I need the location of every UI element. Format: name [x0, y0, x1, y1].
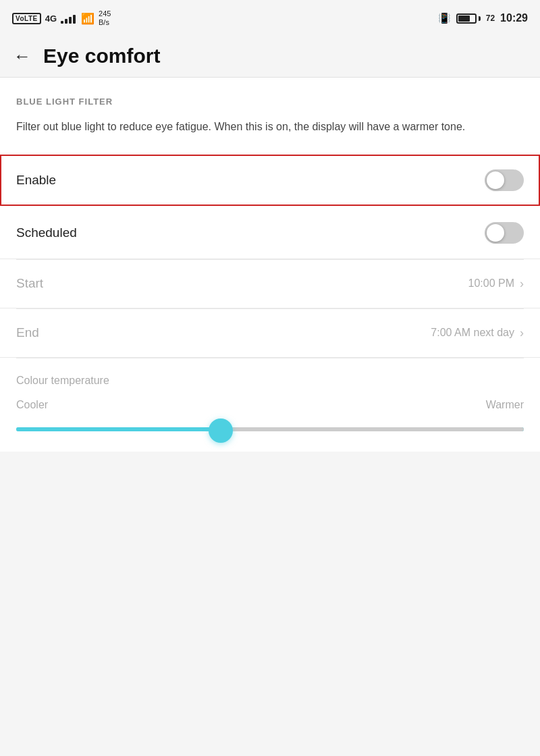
end-chevron-icon: ›	[520, 326, 524, 340]
battery-percentage: 72	[486, 14, 495, 23]
page-title: Eye comfort	[43, 45, 160, 68]
slider-track	[16, 427, 524, 431]
cooler-label: Cooler	[16, 399, 48, 411]
warmer-label: Warmer	[486, 399, 524, 411]
temp-range-labels: Cooler Warmer	[16, 399, 524, 411]
section-header-blue-light: BLUE LIGHT FILTER	[0, 78, 540, 113]
end-label: End	[16, 325, 39, 340]
speed-value: 245	[99, 9, 111, 18]
scheduled-row[interactable]: Scheduled	[0, 207, 540, 259]
start-value-container: 10:00 PM ›	[468, 277, 524, 291]
speed-text: 245 B/s	[99, 9, 111, 27]
start-label: Start	[16, 276, 43, 291]
volte-badge: VoLTE	[12, 13, 41, 24]
slider-track-remaining	[219, 427, 524, 431]
colour-temperature-label: Colour temperature	[16, 375, 524, 387]
battery-tip	[479, 16, 481, 21]
blue-light-description: Filter out blue light to reduce eye fati…	[0, 113, 540, 155]
slider-fill	[16, 427, 219, 431]
battery-body	[456, 14, 477, 24]
scheduled-label: Scheduled	[16, 225, 77, 240]
temperature-slider-container[interactable]	[16, 421, 524, 452]
scheduled-toggle[interactable]	[485, 222, 524, 244]
enable-label: Enable	[16, 173, 56, 188]
speed-unit: B/s	[99, 18, 111, 27]
signal-bar-2	[65, 19, 68, 24]
enable-toggle-thumb	[487, 171, 504, 189]
status-right: 📳 72 10:29	[438, 12, 528, 24]
back-button[interactable]: ←	[14, 46, 31, 67]
enable-toggle[interactable]	[485, 169, 524, 191]
status-bar: VoLTE 4G 📶 245 B/s 📳 72 10:29	[0, 0, 540, 35]
signal-bar-1	[61, 21, 63, 24]
end-value: 7:00 AM next day	[431, 327, 514, 339]
main-content: BLUE LIGHT FILTER Filter out blue light …	[0, 78, 540, 452]
enable-row[interactable]: Enable	[0, 155, 540, 206]
scheduled-toggle-thumb	[487, 224, 504, 242]
slider-thumb-wrapper	[209, 418, 233, 443]
signal-bar-3	[69, 17, 72, 24]
battery-fill	[458, 16, 470, 22]
header: ← Eye comfort	[0, 35, 540, 78]
wifi-icon: 📶	[81, 12, 94, 25]
4g-indicator: 4G	[45, 14, 57, 24]
start-row[interactable]: Start 10:00 PM ›	[0, 260, 540, 308]
start-value: 10:00 PM	[468, 277, 514, 290]
end-value-container: 7:00 AM next day ›	[431, 326, 524, 340]
status-left: VoLTE 4G 📶 245 B/s	[12, 9, 111, 27]
colour-temperature-section: Colour temperature Cooler Warmer	[0, 358, 540, 452]
vibrate-icon: 📳	[438, 12, 451, 24]
signal-bar-4	[73, 15, 76, 24]
slider-thumb[interactable]	[209, 418, 233, 443]
settings-list: Enable Scheduled Start 10:00 PM ›	[0, 155, 540, 452]
signal-bars	[61, 13, 76, 24]
end-row[interactable]: End 7:00 AM next day ›	[0, 309, 540, 358]
clock-time: 10:29	[500, 12, 528, 24]
start-chevron-icon: ›	[520, 277, 524, 291]
battery-icon	[456, 14, 481, 24]
